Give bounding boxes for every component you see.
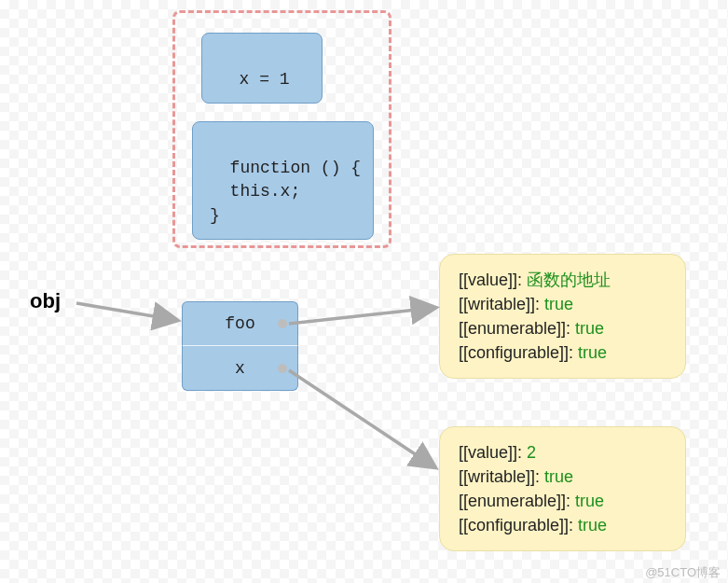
- descriptor-foo-configurable-row: [[configurable]]: true: [459, 340, 666, 365]
- obj-label: obj: [30, 289, 61, 313]
- statement-function-text: function () { this.x; }: [210, 159, 361, 224]
- descriptor-foo-value-label: [[value]]:: [459, 271, 522, 289]
- descriptor-foo-enumerable-row: [[enumerable]]: true: [459, 316, 666, 340]
- connector-dot-x: [278, 364, 287, 373]
- descriptor-foo-writable-value: true: [544, 295, 573, 313]
- arrow-foo-to-descriptor: [289, 308, 433, 324]
- descriptor-x-writable-row: [[writable]]: true: [459, 465, 666, 489]
- statement-x-assign-text: x = 1: [240, 70, 290, 89]
- property-x-text: x: [235, 359, 245, 378]
- descriptor-x-configurable-label: [[configurable]]:: [459, 516, 573, 534]
- descriptor-x-box: [[value]]: 2 [[writable]]: true [[enumer…: [439, 426, 686, 551]
- descriptor-x-value-value: 2: [527, 443, 536, 462]
- descriptor-foo-value-row: [[value]]: 函数的地址: [459, 268, 666, 292]
- descriptor-foo-writable-row: [[writable]]: true: [459, 292, 666, 316]
- descriptor-x-enumerable-row: [[enumerable]]: true: [459, 489, 666, 513]
- descriptor-x-configurable-row: [[configurable]]: true: [459, 513, 666, 537]
- descriptor-x-writable-label: [[writable]]:: [459, 467, 540, 486]
- descriptor-foo-configurable-label: [[configurable]]:: [459, 343, 573, 362]
- statement-x-assign: x = 1: [201, 33, 323, 104]
- descriptor-foo-enumerable-label: [[enumerable]]:: [459, 319, 570, 338]
- arrow-x-to-descriptor: [289, 370, 433, 466]
- arrow-obj-to-props: [76, 303, 175, 320]
- connector-dot-foo: [278, 319, 287, 328]
- property-foo-text: foo: [225, 314, 254, 333]
- descriptor-foo-value-value: 函数的地址: [527, 271, 611, 289]
- descriptor-x-enumerable-label: [[enumerable]]:: [459, 492, 570, 510]
- descriptor-x-enumerable-value: true: [575, 492, 604, 510]
- descriptor-x-value-row: [[value]]: 2: [459, 440, 666, 465]
- descriptor-x-configurable-value: true: [578, 516, 607, 534]
- descriptor-x-value-label: [[value]]:: [459, 443, 522, 462]
- descriptor-foo-writable-label: [[writable]]:: [459, 295, 540, 313]
- statement-function: function () { this.x; }: [192, 121, 374, 240]
- descriptor-foo-enumerable-value: true: [575, 319, 604, 338]
- descriptor-foo-configurable-value: true: [578, 343, 607, 362]
- watermark: @51CTO博客: [645, 564, 721, 581]
- descriptor-x-writable-value: true: [544, 467, 573, 486]
- descriptor-foo-box: [[value]]: 函数的地址 [[writable]]: true [[en…: [439, 254, 686, 379]
